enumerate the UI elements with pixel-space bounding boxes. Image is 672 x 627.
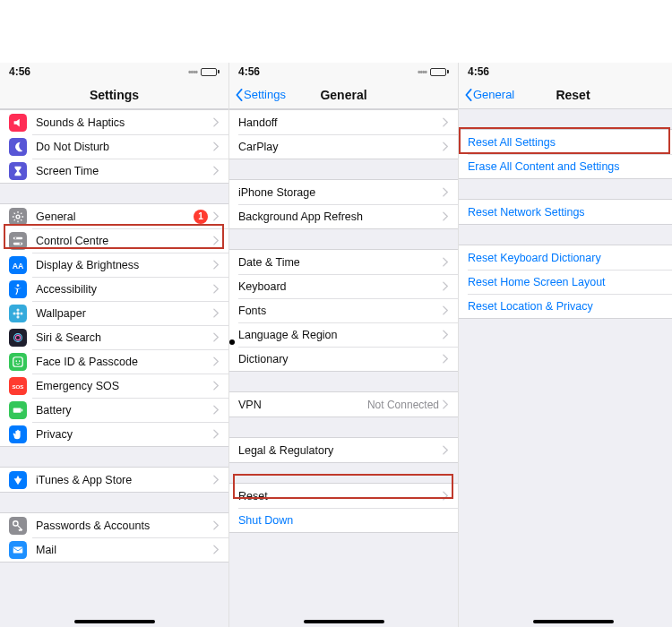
- reset-screen: 4:56 General Reset Reset All SettingsEra…: [459, 63, 672, 627]
- cell-screen-time[interactable]: Screen Time: [0, 159, 228, 183]
- cell-erase-all-content-and-settings[interactable]: Erase All Content and Settings: [459, 154, 672, 178]
- cell-fonts[interactable]: Fonts: [229, 298, 458, 322]
- chevron-right-icon: [213, 142, 220, 151]
- chevron-right-icon: [443, 187, 449, 197]
- cell-siri-search[interactable]: Siri & Search: [0, 325, 228, 349]
- battery-icon: [9, 401, 27, 419]
- cell-reset-keyboard-dictionary[interactable]: Reset Keyboard Dictionary: [459, 245, 672, 270]
- cell-label: Wallpaper: [36, 307, 213, 320]
- back-button[interactable]: General: [464, 88, 514, 101]
- chevron-right-icon: [213, 545, 220, 554]
- cell-reset[interactable]: Reset: [229, 484, 458, 508]
- cell-face-id-passcode[interactable]: Face ID & Passcode: [0, 349, 228, 374]
- chevron-right-icon: [213, 429, 220, 439]
- svg-point-16: [19, 360, 21, 362]
- cell-language-region[interactable]: Language & Region: [229, 322, 458, 347]
- cell-label: Mail: [36, 544, 213, 556]
- general-list[interactable]: HandoffCarPlay iPhone StorageBackground …: [229, 109, 458, 627]
- cell-itunes-app-store[interactable]: iTunes & App Store: [0, 468, 228, 492]
- cell-vpn[interactable]: VPNNot Connected: [229, 392, 458, 417]
- chevron-right-icon: [213, 117, 220, 127]
- cell-wallpaper[interactable]: Wallpaper: [0, 301, 228, 325]
- cell-shut-down[interactable]: Shut Down: [229, 508, 458, 532]
- accessibility-icon: [9, 280, 27, 298]
- cell-label: iPhone Storage: [238, 186, 443, 199]
- cell-label: Legal & Regulatory: [238, 444, 443, 457]
- cell-label: Handoff: [238, 116, 443, 129]
- cell-date-time[interactable]: Date & Time: [229, 250, 458, 274]
- mail-icon: [9, 541, 27, 559]
- cell-handoff[interactable]: Handoff: [229, 110, 458, 134]
- chevron-right-icon: [443, 354, 449, 364]
- chevron-right-icon: [213, 332, 220, 342]
- cell-dictionary[interactable]: Dictionary: [229, 347, 458, 371]
- status-time: 4:56: [9, 65, 30, 78]
- status-bar: 4:56: [459, 63, 672, 81]
- cell-carplay[interactable]: CarPlay: [229, 134, 458, 159]
- chevron-right-icon: [213, 405, 220, 415]
- cell-reset-location-privacy[interactable]: Reset Location & Privacy: [459, 294, 672, 318]
- cell-iphone-storage[interactable]: iPhone Storage: [229, 180, 458, 204]
- settings-list[interactable]: Sounds & HapticsDo Not DisturbScreen Tim…: [0, 109, 228, 627]
- chevron-right-icon: [443, 117, 449, 127]
- cell-emergency-sos[interactable]: SOSEmergency SOS: [0, 374, 228, 398]
- cell-control-centre[interactable]: Control Centre: [0, 228, 228, 253]
- chevron-right-icon: [213, 260, 220, 270]
- cell-battery[interactable]: Battery: [0, 398, 228, 422]
- cell-passwords-accounts[interactable]: Passwords & Accounts: [0, 513, 228, 537]
- chevron-right-icon: [213, 236, 220, 245]
- signal-icon: ••••: [188, 67, 197, 77]
- cell-label: Display & Brightness: [36, 259, 213, 271]
- chevron-right-icon: [443, 257, 449, 267]
- speaker-icon: [9, 114, 27, 132]
- cell-do-not-disturb[interactable]: Do Not Disturb: [0, 134, 228, 159]
- status-right: ••••: [188, 67, 220, 77]
- cell-label: Reset Keyboard Dictionary: [468, 252, 672, 264]
- cell-label: Dictionary: [238, 353, 443, 365]
- chevron-right-icon: [443, 142, 449, 151]
- cell-label: Reset Location & Privacy: [468, 300, 672, 313]
- cell-display-brightness[interactable]: AADisplay & Brightness: [0, 253, 228, 277]
- cell-label: Keyboard: [238, 280, 443, 293]
- cell-mail[interactable]: Mail: [0, 537, 228, 562]
- cell-reset-home-screen-layout[interactable]: Reset Home Screen Layout: [459, 270, 672, 294]
- appstore-icon: [9, 471, 27, 489]
- back-label: General: [473, 88, 514, 101]
- nav-bar: Settings: [0, 81, 228, 109]
- svg-rect-18: [13, 408, 22, 412]
- svg-text:AA: AA: [13, 261, 24, 270]
- cell-privacy[interactable]: Privacy: [0, 422, 228, 446]
- cell-label: CarPlay: [238, 141, 443, 153]
- back-button[interactable]: Settings: [235, 88, 286, 101]
- aa-icon: AA: [9, 256, 27, 274]
- cell-label: Shut Down: [238, 514, 449, 527]
- chevron-right-icon: [213, 381, 220, 391]
- cell-accessibility[interactable]: Accessibility: [0, 277, 228, 301]
- cell-sounds-haptics[interactable]: Sounds & Haptics: [0, 110, 228, 134]
- decorative-dot: [229, 339, 235, 345]
- chevron-right-icon: [213, 475, 220, 485]
- cell-reset-all-settings[interactable]: Reset All Settings: [459, 130, 672, 154]
- home-indicator[interactable]: [74, 620, 155, 623]
- cell-reset-network-settings[interactable]: Reset Network Settings: [459, 200, 672, 224]
- svg-text:SOS: SOS: [13, 382, 24, 389]
- home-indicator[interactable]: [304, 620, 384, 623]
- home-indicator[interactable]: [533, 620, 614, 623]
- svg-point-0: [16, 215, 20, 219]
- status-bar: 4:56 ••••: [0, 63, 228, 81]
- cell-label: Erase All Content and Settings: [468, 160, 672, 173]
- cell-label: Fonts: [238, 305, 443, 317]
- cell-keyboard[interactable]: Keyboard: [229, 274, 458, 298]
- settings-screen: 4:56 •••• Settings Sounds & HapticsDo No…: [0, 63, 229, 627]
- chevron-right-icon: [443, 305, 449, 315]
- cell-label: Reset: [238, 490, 443, 502]
- chevron-right-icon: [213, 211, 220, 221]
- cell-legal-regulatory[interactable]: Legal & Regulatory: [229, 438, 458, 462]
- svg-point-11: [20, 312, 22, 314]
- cell-general[interactable]: General1: [0, 204, 228, 228]
- signal-icon: ••••: [418, 67, 426, 77]
- cell-background-app-refresh[interactable]: Background App Refresh: [229, 204, 458, 228]
- status-right: ••••: [418, 67, 449, 77]
- reset-list[interactable]: Reset All SettingsErase All Content and …: [459, 109, 672, 627]
- cell-label: VPN: [238, 399, 367, 411]
